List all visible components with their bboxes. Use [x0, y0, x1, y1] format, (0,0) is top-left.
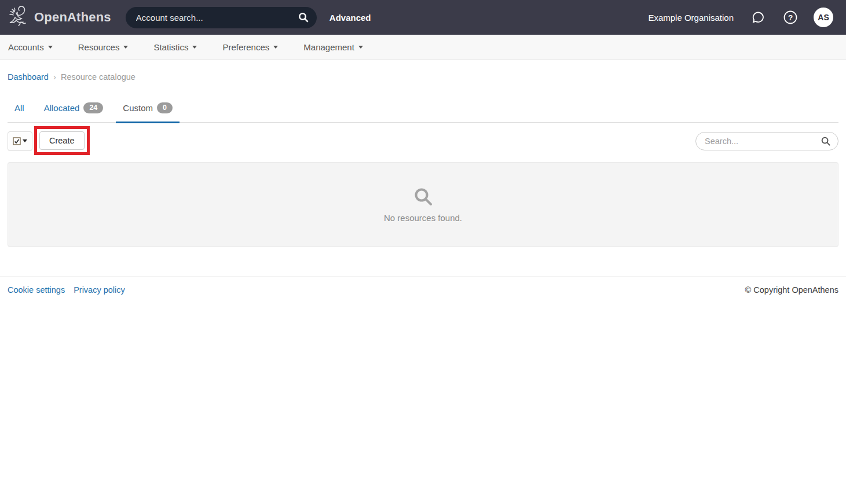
- create-button[interactable]: Create: [39, 131, 85, 150]
- chat-button[interactable]: [750, 9, 766, 25]
- nav-accounts-label: Accounts: [8, 42, 44, 52]
- nav-resources[interactable]: Resources: [78, 42, 129, 52]
- search-icon: [298, 12, 309, 23]
- openathens-logo[interactable]: OpenAthens: [8, 5, 111, 30]
- nav-preferences-label: Preferences: [222, 42, 269, 52]
- chevron-down-icon: [48, 46, 53, 49]
- topbar-right: Example Organisation ? AS: [648, 8, 833, 27]
- chat-bubble-icon: [751, 10, 766, 25]
- footer: Cookie settings Privacy policy © Copyrig…: [0, 277, 846, 303]
- tab-custom[interactable]: Custom 0: [116, 99, 180, 123]
- avatar[interactable]: AS: [814, 8, 833, 27]
- nav-preferences[interactable]: Preferences: [222, 42, 278, 52]
- chevron-down-icon: [23, 139, 27, 142]
- resource-search-input[interactable]: [705, 137, 821, 146]
- resource-tabs: All Allocated 24 Custom 0: [8, 99, 838, 123]
- nav-accounts[interactable]: Accounts: [8, 42, 53, 52]
- chevron-down-icon: [358, 46, 363, 49]
- breadcrumb-current: Resource catalogue: [61, 72, 135, 82]
- nav-resources-label: Resources: [78, 42, 120, 52]
- brand-wordmark: OpenAthens: [34, 10, 111, 25]
- checkbox-checked-icon: [13, 137, 21, 145]
- empty-results-panel: No resources found.: [8, 162, 838, 247]
- cookie-settings-link[interactable]: Cookie settings: [8, 285, 65, 295]
- tab-all-label: All: [14, 103, 24, 113]
- privacy-policy-link[interactable]: Privacy policy: [74, 285, 125, 295]
- nav-statistics[interactable]: Statistics: [153, 42, 197, 52]
- account-search-button[interactable]: [294, 8, 313, 27]
- bulk-select-dropdown-button[interactable]: [8, 131, 32, 151]
- tab-custom-label: Custom: [123, 103, 153, 113]
- main-navbar: Accounts Resources Statistics Preference…: [0, 35, 846, 60]
- tab-custom-count-badge: 0: [157, 102, 173, 113]
- breadcrumb: Dashboard › Resource catalogue: [0, 60, 846, 92]
- nav-statistics-label: Statistics: [153, 42, 188, 52]
- breadcrumb-separator: ›: [53, 72, 56, 82]
- nav-management[interactable]: Management: [303, 42, 363, 52]
- tab-allocated-count-badge: 24: [83, 102, 103, 113]
- resource-search: [695, 132, 838, 150]
- copyright-notice: © Copyright OpenAthens: [745, 285, 838, 295]
- empty-results-message: No resources found.: [384, 213, 462, 223]
- tab-all[interactable]: All: [8, 99, 31, 123]
- tab-allocated-label: Allocated: [44, 103, 80, 113]
- top-bar: OpenAthens Advanced Example Organisation…: [0, 0, 846, 35]
- chevron-down-icon: [192, 46, 197, 49]
- help-button[interactable]: ?: [782, 9, 799, 25]
- avatar-initials: AS: [818, 13, 829, 22]
- red-highlight-annotation: Create: [34, 126, 90, 155]
- account-search: [126, 7, 317, 28]
- chevron-down-icon: [273, 46, 278, 49]
- tab-allocated[interactable]: Allocated 24: [37, 99, 111, 123]
- advanced-search-link[interactable]: Advanced: [329, 13, 371, 23]
- chevron-down-icon: [123, 46, 128, 49]
- breadcrumb-dashboard-link[interactable]: Dashboard: [8, 72, 49, 82]
- svg-text:?: ?: [788, 13, 793, 22]
- toolbar: Create: [8, 126, 838, 159]
- account-search-input[interactable]: [136, 13, 294, 23]
- nav-management-label: Management: [303, 42, 354, 52]
- openathens-owl-icon: [8, 5, 31, 30]
- search-icon[interactable]: [821, 136, 831, 146]
- help-icon: ?: [783, 10, 798, 25]
- organisation-name: Example Organisation: [648, 13, 734, 23]
- search-empty-icon: [413, 186, 434, 207]
